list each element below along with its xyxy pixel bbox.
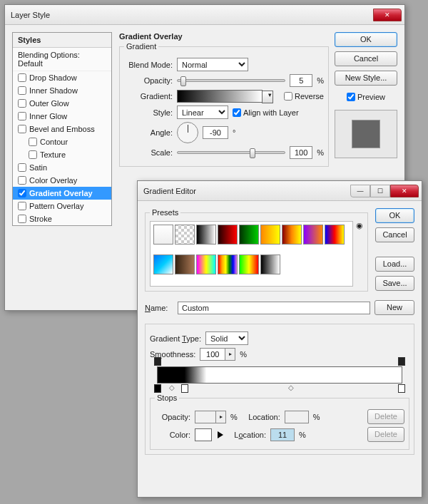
opacity-label: Opacity: <box>124 76 173 85</box>
blend-mode-select[interactable]: Normal <box>177 58 248 71</box>
presets-menu-icon[interactable]: ◉ <box>356 221 363 230</box>
cancel-button[interactable]: Cancel <box>375 227 414 242</box>
load-button[interactable]: Load... <box>375 257 414 272</box>
angle-input[interactable] <box>203 126 228 139</box>
style-item[interactable]: Outer Glow <box>13 97 111 110</box>
preset-swatch[interactable] <box>196 254 216 274</box>
angle-dial[interactable] <box>177 122 198 143</box>
new-style-button[interactable]: New Style... <box>335 71 397 86</box>
pct-label: % <box>317 76 324 85</box>
cancel-button[interactable]: Cancel <box>335 51 397 66</box>
delete-button: Delete <box>367 427 404 442</box>
presets-group: Presets ◉ <box>145 208 368 292</box>
preset-swatch[interactable] <box>239 254 259 274</box>
save-button[interactable]: Save... <box>375 276 414 291</box>
scale-slider[interactable] <box>177 151 285 154</box>
reverse-checkbox[interactable]: Reverse <box>284 92 324 101</box>
location-label: Location: <box>242 413 280 421</box>
name-label: Name: <box>145 304 173 312</box>
style-select[interactable]: Linear <box>177 106 228 119</box>
titlebar[interactable]: Gradient Editor — ☐ ✕ <box>138 181 422 201</box>
gradient-edit-group: Gradient Type: Solid Smoothness: ▸ % <box>145 324 414 455</box>
gradient-type-label: Gradient Type: <box>150 334 201 343</box>
opacity-input[interactable] <box>290 74 312 87</box>
preset-swatch[interactable] <box>218 254 238 274</box>
gradient-bar[interactable] <box>157 366 402 384</box>
ok-button[interactable]: OK <box>375 208 414 223</box>
style-item[interactable]: Pattern Overlay <box>13 200 111 212</box>
ok-button[interactable]: OK <box>335 32 397 47</box>
styles-list: Styles Blending Options: Default Drop Sh… <box>12 32 112 226</box>
section-title: Gradient Overlay <box>119 32 327 41</box>
stops-group: Stops Opacity: ▸ % Location: % Delete Co… <box>150 394 409 450</box>
blend-mode-label: Blend Mode: <box>124 61 173 69</box>
gradient-type-select[interactable]: Solid <box>205 331 248 345</box>
presets-list <box>150 221 353 287</box>
align-checkbox[interactable]: Align with Layer <box>233 108 299 117</box>
stop-location-input <box>285 411 309 423</box>
close-icon[interactable]: ✕ <box>390 185 419 197</box>
color-stop[interactable] <box>398 384 405 393</box>
scale-input[interactable] <box>290 146 312 159</box>
style-item[interactable]: Bevel and Emboss <box>13 123 111 135</box>
stops-legend: Stops <box>155 394 179 402</box>
preview-box <box>335 110 397 158</box>
preset-swatch[interactable] <box>303 225 323 245</box>
degree-label: ° <box>233 128 235 137</box>
style-item[interactable]: Contour <box>13 135 111 148</box>
scale-label: Scale: <box>124 148 173 157</box>
style-item[interactable]: Gradient Overlay <box>13 187 111 200</box>
midpoint-icon[interactable] <box>169 383 176 391</box>
preset-swatch[interactable] <box>196 225 216 245</box>
preset-swatch[interactable] <box>175 225 195 245</box>
preset-swatch[interactable] <box>153 254 173 274</box>
gradient-editor-dialog: Gradient Editor — ☐ ✕ Presets ◉ OK Cance… <box>137 180 422 498</box>
preset-swatch[interactable] <box>282 225 302 245</box>
smoothness-spinner[interactable]: ▸ <box>200 348 235 361</box>
color-stop[interactable] <box>181 384 188 393</box>
style-item[interactable]: Stroke <box>13 212 111 225</box>
maximize-icon[interactable]: ☐ <box>370 185 390 197</box>
gradient-label: Gradient: <box>124 92 173 101</box>
styles-header[interactable]: Styles <box>13 33 111 48</box>
preset-swatch[interactable] <box>260 254 280 274</box>
color-picker-icon[interactable] <box>218 431 223 438</box>
new-button[interactable]: New <box>374 300 414 315</box>
style-item[interactable]: Texture <box>13 148 111 161</box>
pct-label: % <box>313 413 320 421</box>
opacity-stop[interactable] <box>398 357 405 366</box>
dialog-title: Gradient Editor <box>143 187 350 195</box>
preset-swatch[interactable] <box>239 225 259 245</box>
opacity-stop[interactable] <box>154 357 161 366</box>
style-item[interactable]: Inner Shadow <box>13 84 111 97</box>
stop-opacity-spinner: ▸ <box>195 411 226 423</box>
style-item[interactable]: Satin <box>13 161 111 174</box>
opacity-label: Opacity: <box>155 413 190 421</box>
dialog-title: Layer Style <box>11 11 373 19</box>
preset-swatch[interactable] <box>260 225 280 245</box>
name-input[interactable] <box>178 302 370 314</box>
titlebar[interactable]: Layer Style ✕ <box>5 5 404 25</box>
preset-swatch[interactable] <box>175 254 195 274</box>
color-swatch[interactable] <box>195 428 212 441</box>
blending-options[interactable]: Blending Options: Default <box>13 48 111 71</box>
preset-swatch[interactable] <box>325 225 345 245</box>
angle-label: Angle: <box>124 128 173 137</box>
delete-button: Delete <box>367 409 404 424</box>
style-item[interactable]: Color Overlay <box>13 174 111 187</box>
gradient-swatch[interactable] <box>177 90 263 103</box>
pct-label: % <box>230 413 238 421</box>
style-item[interactable]: Inner Glow <box>13 110 111 123</box>
preset-swatch[interactable] <box>153 225 173 245</box>
presets-legend: Presets <box>150 208 180 217</box>
preview-checkbox[interactable]: Preview <box>335 93 397 101</box>
color-stop[interactable] <box>154 384 161 393</box>
style-label: Style: <box>124 108 173 117</box>
minimize-icon[interactable]: — <box>350 185 370 197</box>
opacity-slider[interactable] <box>177 79 285 82</box>
preset-swatch[interactable] <box>218 225 238 245</box>
style-item[interactable]: Drop Shadow <box>13 71 111 84</box>
close-icon[interactable]: ✕ <box>373 9 402 21</box>
color-location-input[interactable] <box>270 428 295 441</box>
midpoint-icon[interactable] <box>288 383 295 391</box>
